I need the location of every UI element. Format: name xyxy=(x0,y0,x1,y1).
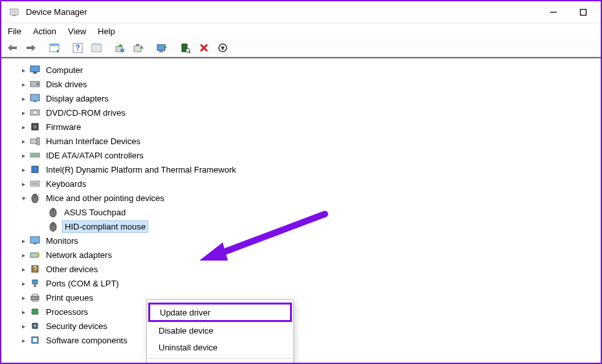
svg-text:?: ? xyxy=(33,266,37,273)
svg-rect-2 xyxy=(13,15,16,16)
svg-rect-10 xyxy=(50,44,59,46)
dvd-drive-icon xyxy=(28,107,41,118)
menu-help[interactable]: Help xyxy=(98,27,115,36)
tree-node-processors[interactable]: ▸ Processors xyxy=(18,305,601,319)
ctx-update-driver[interactable]: Update driver xyxy=(148,303,292,322)
svg-marker-19 xyxy=(118,44,123,47)
tree-node-monitors[interactable]: ▸ Monitors xyxy=(18,233,601,248)
ide-controller-icon xyxy=(28,149,41,161)
svg-point-37 xyxy=(37,83,39,85)
svg-rect-39 xyxy=(34,101,36,102)
scan-hardware-button[interactable] xyxy=(177,39,194,56)
svg-rect-59 xyxy=(34,243,36,244)
chevron-right-icon[interactable]: ▸ xyxy=(18,294,28,301)
chevron-right-icon[interactable]: ▸ xyxy=(18,123,28,131)
ctx-uninstall-device[interactable]: Uninstall device xyxy=(147,339,293,356)
enable-device-button[interactable] xyxy=(153,39,170,56)
ctx-disable-device[interactable]: Disable device xyxy=(147,322,293,339)
tree-node-computer[interactable]: ▸ Computer xyxy=(18,63,601,77)
tree-node-hid-mouse[interactable]: HID-compliant mouse xyxy=(36,219,601,233)
disable-device-button[interactable] xyxy=(214,39,231,56)
help-button[interactable]: ? xyxy=(69,39,86,56)
svg-rect-68 xyxy=(32,300,38,301)
svg-point-75 xyxy=(34,325,36,327)
tree-node-firmware[interactable]: ▸ Firmware xyxy=(18,120,601,134)
tree-node-network-adapters[interactable]: ▸ Network adapters xyxy=(18,248,601,262)
ctx-separator xyxy=(148,358,293,359)
chevron-right-icon[interactable]: ▸ xyxy=(18,308,28,316)
monitor-icon xyxy=(28,235,41,246)
svg-rect-8 xyxy=(27,47,32,49)
chevron-right-icon[interactable]: ▸ xyxy=(18,67,28,74)
svg-rect-66 xyxy=(31,296,39,300)
chevron-right-icon[interactable]: ▸ xyxy=(18,252,28,259)
back-button[interactable] xyxy=(4,39,21,56)
tree-node-ide-ata[interactable]: ▸ IDE ATA/ATAPI controllers xyxy=(18,148,601,162)
device-manager-window: Device Manager File Action View Help ? xyxy=(0,0,602,364)
mouse-icon xyxy=(28,192,41,204)
uninstall-device-button[interactable] xyxy=(195,39,212,56)
chevron-right-icon[interactable]: ▸ xyxy=(18,180,28,187)
svg-text:?: ? xyxy=(75,43,80,52)
chevron-right-icon[interactable]: ▸ xyxy=(18,266,28,273)
chevron-down-icon[interactable]: ▾ xyxy=(18,195,28,202)
menu-action[interactable]: Action xyxy=(33,27,56,36)
security-device-icon xyxy=(28,320,41,332)
tree-node-security-devices[interactable]: ▸ Security devices xyxy=(18,319,601,333)
tree-node-dvd-cd-rom[interactable]: ▸ DVD/CD-ROM drives xyxy=(18,105,601,120)
tree-node-intel-dptf[interactable]: ▸ Intel(R) Dynamic Platform and Thermal … xyxy=(18,162,601,177)
content-area: ▸ Computer ▸ Disk drives ▸ Display adapt… xyxy=(1,58,601,363)
svg-rect-22 xyxy=(136,44,139,46)
tree-node-keyboards[interactable]: ▸ Keyboards xyxy=(18,177,601,191)
tree-node-asus-touchpad[interactable]: ASUS Touchpad xyxy=(36,205,601,219)
tree-node-software-components[interactable]: ▸ Software components xyxy=(18,333,601,347)
update-driver-software-button[interactable] xyxy=(130,39,147,56)
svg-rect-6 xyxy=(12,47,17,49)
app-icon xyxy=(8,6,21,19)
display-adapter-icon xyxy=(28,92,41,104)
chevron-right-icon[interactable]: ▸ xyxy=(18,109,28,116)
chevron-right-icon[interactable]: ▸ xyxy=(18,323,28,330)
ctx-scan-hardware[interactable]: Scan for hardware changes xyxy=(147,361,293,363)
chevron-right-icon[interactable]: ▸ xyxy=(18,95,28,102)
forward-button[interactable] xyxy=(23,39,39,56)
tree-node-print-queues[interactable]: ▸ Print queues xyxy=(18,290,601,305)
show-hide-console-tree-button[interactable] xyxy=(46,39,63,56)
chevron-right-icon[interactable]: ▸ xyxy=(18,152,28,159)
svg-rect-45 xyxy=(37,138,39,145)
mice-children: ASUS Touchpad HID-compliant mouse xyxy=(18,205,601,233)
svg-rect-49 xyxy=(30,181,39,186)
menu-file[interactable]: File xyxy=(8,27,21,36)
chevron-right-icon[interactable]: ▸ xyxy=(18,337,28,344)
minimize-button[interactable] xyxy=(539,2,568,23)
mouse-icon xyxy=(47,220,60,232)
firmware-icon xyxy=(28,121,41,133)
tree-node-other-devices[interactable]: ▸ ? Other devices xyxy=(18,262,601,276)
network-adapter-icon xyxy=(28,249,41,261)
chevron-right-icon[interactable]: ▸ xyxy=(18,81,28,88)
tree-node-human-interface[interactable]: ▸ Human Interface Devices xyxy=(18,134,601,148)
svg-line-29 xyxy=(189,52,190,53)
chevron-right-icon[interactable]: ▸ xyxy=(18,166,28,173)
tree-node-display-adapters[interactable]: ▸ Display adapters xyxy=(18,91,601,105)
svg-rect-60 xyxy=(30,253,38,257)
context-menu: Update driver Disable device Uninstall d… xyxy=(146,299,294,363)
tree-node-ports[interactable]: ▸ Ports (COM & LPT) xyxy=(18,276,601,290)
svg-rect-67 xyxy=(32,294,38,296)
ports-icon xyxy=(28,277,41,289)
maximize-button[interactable] xyxy=(568,2,598,23)
tree-node-mice[interactable]: ▾ Mice and other pointing devices xyxy=(18,191,601,205)
processor-icon xyxy=(28,306,41,317)
software-component-icon xyxy=(28,334,41,346)
chevron-right-icon[interactable]: ▸ xyxy=(18,237,28,244)
update-driver-button[interactable] xyxy=(111,39,128,56)
tree-node-disk-drives[interactable]: ▸ Disk drives xyxy=(18,77,601,91)
properties-button[interactable] xyxy=(88,39,105,56)
disk-drive-icon xyxy=(28,78,41,90)
chevron-right-icon[interactable]: ▸ xyxy=(18,138,28,145)
svg-rect-34 xyxy=(30,66,39,72)
menu-view[interactable]: View xyxy=(68,27,86,36)
chevron-right-icon[interactable]: ▸ xyxy=(18,280,28,287)
svg-rect-21 xyxy=(134,46,141,52)
svg-rect-25 xyxy=(159,50,163,52)
